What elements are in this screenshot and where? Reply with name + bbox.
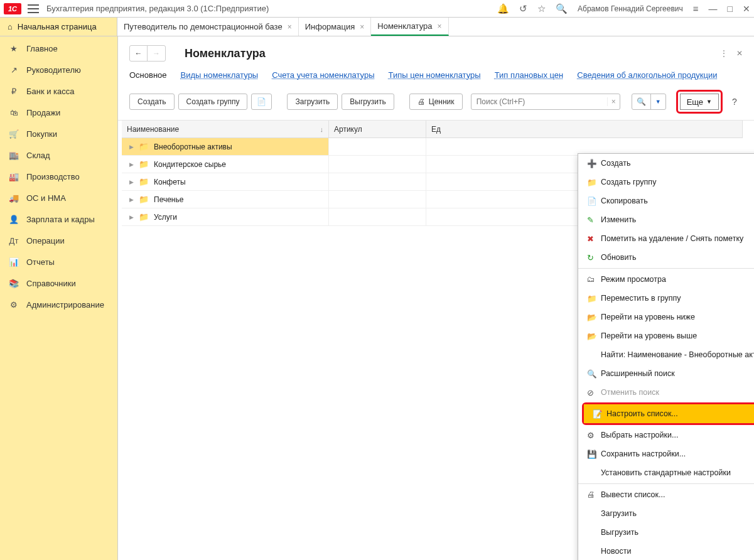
sidebar-item[interactable]: 🏭Производство: [0, 166, 117, 187]
search-field[interactable]: ×: [471, 94, 620, 110]
menu-item[interactable]: 🗂Режим просмотра▶: [578, 270, 754, 289]
subnav-link[interactable]: Виды номенклатуры: [181, 70, 259, 80]
user-name[interactable]: Абрамов Геннадий Сергеевич: [578, 4, 683, 13]
menu-item[interactable]: 📁Переместить в группуCtrl+Shift+M: [578, 289, 754, 308]
sidebar-item[interactable]: 📚Справочники: [0, 272, 117, 294]
sidebar-item[interactable]: 🛍Продажи: [0, 102, 117, 123]
more-button-highlight: Еще ▼: [676, 90, 723, 114]
chevron-down-icon: ▼: [706, 99, 712, 105]
subnav-link[interactable]: Счета учета номенклатуры: [272, 70, 374, 80]
create-group-button[interactable]: Создать группу: [178, 94, 248, 110]
sidebar-item[interactable]: ДтОперации: [0, 230, 117, 251]
print-icon: 🖨: [417, 97, 425, 106]
menu-item[interactable]: ➕СоздатьIns: [578, 154, 754, 173]
home-tab[interactable]: ⌂ Начальная страница: [0, 18, 117, 36]
close-page-button[interactable]: ✕: [736, 49, 743, 58]
col-article[interactable]: Артикул: [329, 121, 426, 137]
user-menu-icon[interactable]: ≡: [693, 3, 699, 14]
menu-item[interactable]: 💾Сохранить настройки...: [578, 444, 754, 463]
copy-button[interactable]: 📄: [251, 94, 272, 110]
subnav-link[interactable]: Сведения об алкогольной продукции: [577, 70, 717, 80]
sidebar-item[interactable]: ₽Банк и касса: [0, 80, 117, 102]
menu-item[interactable]: Новости: [578, 542, 754, 560]
tab-close-icon[interactable]: ×: [438, 22, 442, 31]
search-input[interactable]: [471, 97, 607, 106]
create-button[interactable]: Создать: [129, 94, 175, 110]
sidebar-item[interactable]: ⚙Администрирование: [0, 294, 117, 315]
page-title: Номенклатура: [185, 47, 266, 60]
nav-forward-button[interactable]: →: [148, 46, 165, 61]
tab-close-icon[interactable]: ×: [360, 23, 364, 31]
app-title: Бухгалтерия предприятия, редакция 3.0 (1…: [46, 4, 269, 13]
history-icon[interactable]: ↺: [519, 3, 527, 14]
dropdown-icon[interactable]: ▼: [651, 94, 665, 109]
sidebar-icon: ★: [9, 44, 19, 53]
sidebar-item[interactable]: ↗Руководителю: [0, 59, 117, 80]
subnav-link[interactable]: Типы цен номенклатуры: [389, 70, 481, 80]
menu-item[interactable]: 🔍Расширенный поискAlt+F: [578, 364, 754, 383]
tab[interactable]: Информация×: [299, 18, 372, 36]
tab-close-icon[interactable]: ×: [288, 23, 292, 31]
hamburger-icon[interactable]: [28, 4, 39, 13]
load-button[interactable]: Загрузить: [287, 94, 338, 110]
menu-item[interactable]: 📝Настроить список...: [584, 404, 754, 423]
toolbar: Создать Создать группу 📄 Загрузить Выгру…: [118, 85, 754, 121]
col-unit[interactable]: Ед: [426, 121, 743, 137]
col-name[interactable]: Наименование↓: [122, 121, 329, 137]
minimize-button[interactable]: —: [709, 4, 718, 14]
menu-item[interactable]: Найти: Наименование - Внеоборотные актив…: [578, 345, 754, 364]
star-icon[interactable]: ☆: [537, 3, 546, 14]
find-icon[interactable]: 🔍: [632, 94, 651, 109]
menu-item[interactable]: Выгрузить: [578, 523, 754, 542]
more-button[interactable]: Еще ▼: [680, 94, 719, 110]
menu-icon: 📁: [587, 178, 601, 187]
bell-icon[interactable]: 🔔: [497, 3, 509, 14]
pricetag-button[interactable]: 🖨Ценник: [409, 94, 463, 110]
menu-icon: 🗂: [587, 275, 601, 284]
menu-icon: 📂: [587, 313, 601, 322]
tab[interactable]: Путеводитель по демонстрационной базе×: [117, 18, 299, 36]
menu-item[interactable]: 📂Перейти на уровень нижеCtrl+Down: [578, 308, 754, 326]
search-split-button[interactable]: 🔍 ▼: [632, 94, 666, 110]
sidebar-item[interactable]: 🛒Покупки: [0, 123, 117, 144]
more-dropdown: ➕СоздатьIns📁Создать группуCtrl+F9📄Скопир…: [578, 153, 754, 560]
tab[interactable]: Номенклатура×: [371, 18, 448, 36]
subnav-link[interactable]: Основное: [129, 70, 167, 80]
unload-button[interactable]: Выгрузить: [342, 94, 394, 110]
clear-search-button[interactable]: ×: [607, 97, 620, 106]
sidebar-item[interactable]: 🏬Склад: [0, 144, 117, 166]
menu-item[interactable]: Установить стандартные настройки: [578, 463, 754, 482]
sidebar-item[interactable]: 🚚ОС и НМА: [0, 187, 117, 208]
menu-separator: [578, 268, 754, 269]
nav-buttons: ← →: [129, 45, 166, 62]
menu-item[interactable]: 🖨Вывести список...: [578, 485, 754, 504]
menu-separator: [578, 483, 754, 484]
sidebar-item[interactable]: 👤Зарплата и кадры: [0, 208, 117, 230]
menu-item[interactable]: ⚙Выбрать настройки...: [578, 426, 754, 444]
sidebar-item[interactable]: 📊Отчеты: [0, 251, 117, 272]
maximize-button[interactable]: □: [728, 4, 733, 14]
help-button[interactable]: ?: [726, 94, 743, 110]
menu-icon: 📁: [587, 294, 601, 303]
menu-item[interactable]: 📁Создать группуCtrl+F9: [578, 173, 754, 191]
close-button[interactable]: ✕: [743, 4, 750, 14]
subnav-link[interactable]: Тип плановых цен: [495, 70, 564, 80]
sidebar-icon: ↗: [9, 65, 19, 75]
menu-item[interactable]: 📄СкопироватьF9: [578, 191, 754, 210]
menu-item[interactable]: 📂Перейти на уровень вышеCtrl+Up: [578, 326, 754, 345]
menu-item: ⊘Отменить поискCtrl+Q: [578, 383, 754, 402]
sidebar-icon: 🚚: [9, 193, 19, 203]
menu-item[interactable]: Загрузить: [578, 504, 754, 523]
sidebar-item[interactable]: ★Главное: [0, 38, 117, 59]
menu-item[interactable]: ↻ОбновитьF5: [578, 248, 754, 267]
menu-icon: ↻: [587, 253, 601, 262]
search-icon[interactable]: 🔍: [556, 3, 568, 14]
menu-item[interactable]: ✎ИзменитьF2: [578, 210, 754, 229]
folder-icon: 📁: [139, 195, 149, 204]
nav-back-button[interactable]: ←: [130, 46, 148, 61]
sidebar-icon: 🛍: [9, 108, 19, 117]
sidebar-icon: ⚙: [9, 300, 19, 310]
menu-item[interactable]: ✖Пометить на удаление / Снять пометкуDel: [578, 229, 754, 248]
kebab-icon[interactable]: ⋮: [720, 49, 728, 58]
main-area: ← → Номенклатура ⋮ ✕ ОсновноеВиды номенк…: [117, 36, 754, 560]
